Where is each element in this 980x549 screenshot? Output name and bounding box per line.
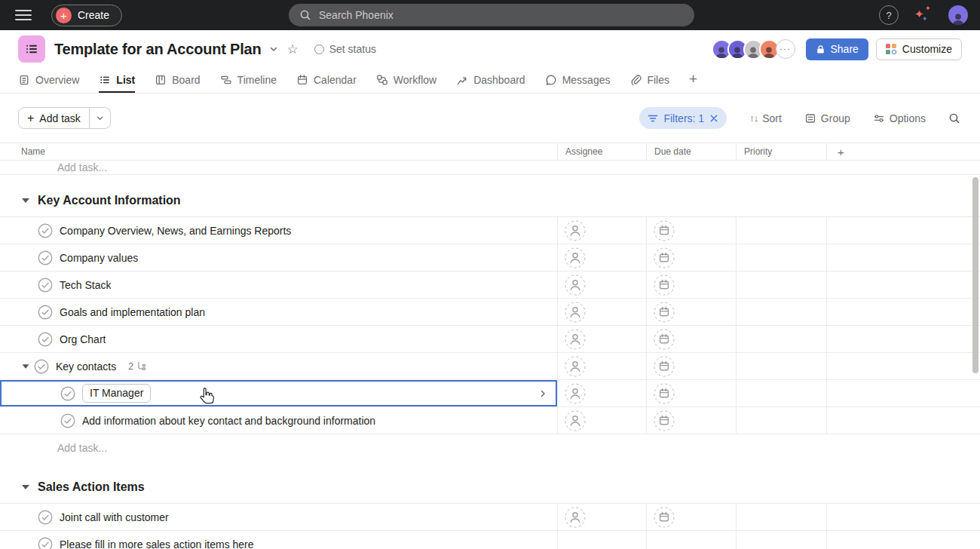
tab-workflow[interactable]: Workflow	[376, 74, 436, 93]
tab-messages[interactable]: Messages	[545, 74, 611, 93]
priority-cell[interactable]	[737, 299, 827, 325]
assignee-cell[interactable]	[558, 326, 647, 352]
section-title[interactable]: Sales Action Items	[38, 480, 145, 494]
section-title[interactable]: Key Account Information	[38, 194, 181, 207]
complete-check-icon[interactable]	[38, 278, 53, 293]
priority-cell[interactable]	[737, 531, 827, 549]
tab-board[interactable]: Board	[155, 74, 200, 93]
hamburger-menu-icon[interactable]	[15, 10, 32, 20]
add-task-row[interactable]: Add task...	[0, 161, 980, 175]
due-date-cell[interactable]	[647, 407, 737, 434]
complete-check-icon[interactable]	[38, 332, 53, 347]
assignee-cell[interactable]	[558, 380, 647, 406]
table-row[interactable]: Goals and implementation plan	[0, 299, 980, 326]
task-name[interactable]: Company Overview, News, and Earnings Rep…	[60, 225, 291, 237]
task-name[interactable]: Add information about key contact and ba…	[82, 415, 375, 427]
due-date-cell[interactable]	[647, 271, 737, 298]
table-row[interactable]: Joint call with customer	[0, 504, 980, 531]
tab-overview[interactable]: Overview	[18, 74, 79, 93]
priority-cell[interactable]	[737, 407, 827, 434]
global-search-bar[interactable]	[289, 4, 694, 26]
filters-chip[interactable]: Filters: 1	[639, 107, 727, 129]
complete-check-icon[interactable]	[34, 359, 49, 374]
due-date-cell[interactable]	[647, 353, 737, 379]
complete-check-icon[interactable]	[60, 386, 75, 401]
assignee-cell[interactable]	[558, 504, 647, 530]
task-name[interactable]: Joint call with customer	[60, 511, 169, 523]
tab-dashboard[interactable]: Dashboard	[456, 74, 525, 93]
open-details-chevron-icon[interactable]	[538, 389, 547, 398]
group-button[interactable]: Group	[804, 112, 850, 124]
task-name[interactable]: Org Chart	[60, 333, 106, 345]
due-date-cell[interactable]	[647, 299, 737, 325]
tab-timeline[interactable]: Timeline	[220, 74, 277, 93]
priority-cell[interactable]	[737, 271, 827, 298]
complete-check-icon[interactable]	[38, 537, 53, 549]
member-avatars[interactable]: ···	[712, 39, 795, 60]
column-header-due-date[interactable]: Due date	[647, 143, 737, 160]
user-avatar[interactable]	[948, 5, 968, 25]
chevron-down-icon[interactable]	[268, 43, 280, 55]
tab-calendar[interactable]: Calendar	[296, 74, 357, 93]
complete-check-icon[interactable]	[38, 250, 53, 265]
due-date-cell[interactable]	[647, 504, 737, 530]
task-name[interactable]: Company values	[60, 252, 138, 264]
priority-cell[interactable]	[737, 217, 827, 244]
due-date-cell[interactable]	[647, 380, 737, 406]
due-date-cell[interactable]	[647, 244, 737, 271]
add-task-row[interactable]: Add task...	[0, 434, 980, 462]
search-input[interactable]	[317, 8, 684, 22]
task-name[interactable]: Goals and implementation plan	[60, 306, 205, 318]
sort-button[interactable]: ↑↓ Sort	[749, 112, 782, 124]
task-name[interactable]: Key contacts	[56, 360, 116, 373]
table-row[interactable]: Org Chart	[0, 326, 980, 353]
customize-button[interactable]: Customize	[876, 38, 962, 60]
share-button[interactable]: Share	[806, 38, 868, 60]
priority-cell[interactable]	[737, 353, 827, 379]
close-icon[interactable]	[709, 114, 718, 123]
add-column-button[interactable]: +	[827, 143, 980, 160]
assignee-cell[interactable]	[558, 244, 647, 271]
assignee-cell[interactable]	[558, 217, 647, 244]
assignee-cell[interactable]	[558, 353, 647, 379]
table-row[interactable]: Add information about key contact and ba…	[0, 407, 980, 434]
assignee-cell[interactable]	[558, 271, 647, 298]
assignee-cell[interactable]	[558, 531, 647, 549]
options-button[interactable]: Options	[873, 112, 926, 124]
ai-sparkles-icon[interactable]: ✦ ✦ ✦	[914, 5, 933, 25]
add-task-dropdown[interactable]	[89, 108, 110, 128]
task-name[interactable]: Tech Stack	[60, 279, 111, 291]
create-button[interactable]: + Create	[51, 5, 122, 26]
priority-cell[interactable]	[737, 326, 827, 352]
complete-check-icon[interactable]	[38, 223, 53, 238]
tab-list[interactable]: List	[99, 74, 135, 93]
complete-check-icon[interactable]	[38, 510, 53, 525]
table-row[interactable]: Please fill in more sales action items h…	[0, 531, 980, 549]
assignee-cell[interactable]	[558, 299, 647, 325]
more-members-button[interactable]: ···	[776, 39, 795, 59]
collapse-triangle-icon[interactable]	[22, 198, 29, 203]
set-status-button[interactable]: Set status	[314, 43, 376, 55]
due-date-cell[interactable]	[647, 326, 737, 352]
search-tasks-button[interactable]	[948, 112, 960, 124]
table-row[interactable]: Company values	[0, 244, 980, 271]
task-name-input[interactable]: IT Manager	[82, 384, 151, 403]
expand-triangle-icon[interactable]	[23, 364, 29, 368]
add-view-button[interactable]: +	[689, 71, 697, 93]
due-date-cell[interactable]	[647, 531, 737, 549]
add-task-button[interactable]: + Add task	[18, 107, 111, 129]
collapse-triangle-icon[interactable]	[22, 485, 29, 489]
table-row[interactable]: Key contacts 2	[0, 353, 980, 380]
tab-files[interactable]: Files	[629, 74, 669, 93]
column-header-priority[interactable]: Priority	[737, 143, 827, 160]
column-header-assignee[interactable]: Assignee	[558, 143, 647, 160]
table-row[interactable]: Tech Stack	[0, 271, 980, 299]
complete-check-icon[interactable]	[60, 413, 75, 428]
task-name[interactable]: Please fill in more sales action items h…	[60, 538, 254, 549]
priority-cell[interactable]	[737, 244, 827, 271]
priority-cell[interactable]	[737, 504, 827, 530]
due-date-cell[interactable]	[647, 217, 737, 244]
complete-check-icon[interactable]	[38, 305, 53, 320]
project-icon[interactable]	[18, 35, 45, 63]
help-button[interactable]: ?	[879, 5, 899, 25]
